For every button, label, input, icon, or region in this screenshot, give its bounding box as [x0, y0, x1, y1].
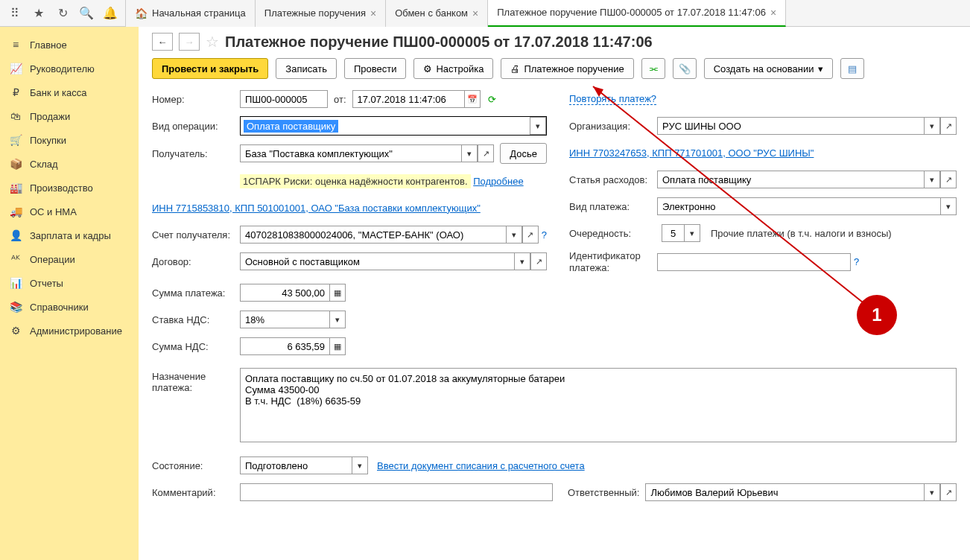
- sidebar-item[interactable]: 🚚ОС и НМА: [0, 200, 139, 223]
- statya-dropdown[interactable]: ▾: [924, 171, 940, 188]
- vid-operacii-dropdown[interactable]: ▾: [530, 117, 546, 135]
- print-icon: 🖨: [510, 63, 520, 74]
- tab[interactable]: 🏠Начальная страница: [125, 0, 256, 27]
- ocherednost-input[interactable]: [662, 224, 684, 242]
- spark-text: 1СПАРК Риски: оценка надёжности контраге…: [240, 174, 471, 188]
- poluchatel-input[interactable]: [240, 144, 461, 162]
- sozdat-button[interactable]: Создать на основании ▾: [704, 58, 833, 79]
- ocherednost-dropdown[interactable]: ▾: [684, 224, 700, 242]
- close-icon[interactable]: ×: [370, 7, 376, 19]
- tab[interactable]: Платежные поручения×: [256, 0, 386, 27]
- history-icon[interactable]: ↻: [52, 3, 73, 24]
- otvetstvenny-input[interactable]: [645, 483, 924, 501]
- tab-label: Платежное поручение ПШ00-000005 от 17.07…: [497, 7, 766, 18]
- sidebar-item[interactable]: ₽Банк и касса: [0, 80, 139, 104]
- sostoyanie-input[interactable]: [240, 456, 352, 474]
- organizacia-input[interactable]: [657, 117, 924, 135]
- calendar-icon[interactable]: 📅: [464, 90, 481, 108]
- inn-org-link[interactable]: ИНН 7703247653, КПП 771701001, ООО "РУС …: [569, 147, 814, 159]
- nomer-input[interactable]: [240, 90, 328, 108]
- sidebar-item[interactable]: ⚙Администрирование: [0, 319, 139, 343]
- back-button[interactable]: ←: [152, 33, 173, 51]
- poluchatel-open[interactable]: ↗: [478, 144, 494, 162]
- stavka-nds-input[interactable]: [240, 311, 329, 328]
- sidebar-label: Операции: [30, 254, 75, 265]
- sidebar-item[interactable]: ᴬᴷОперации: [0, 247, 139, 271]
- inn-poluchatel-link[interactable]: ИНН 7715853810, КПП 501001001, ОАО "База…: [152, 203, 481, 214]
- vid-operacii-input[interactable]: Оплата поставщику: [244, 120, 338, 133]
- summa-input[interactable]: [240, 284, 329, 302]
- sidebar-item[interactable]: 🛍Продажи: [0, 104, 139, 128]
- close-icon[interactable]: ×: [472, 7, 478, 19]
- tab-label: Обмен с банком: [395, 7, 468, 19]
- tab[interactable]: Платежное поручение ПШ00-000005 от 17.07…: [488, 0, 786, 27]
- vid-platezha-dropdown[interactable]: ▾: [940, 197, 957, 215]
- summa-nds-calc[interactable]: ▦: [329, 337, 346, 355]
- sidebar-label: Главное: [30, 39, 67, 51]
- schet-help[interactable]: ?: [542, 229, 547, 241]
- dogovor-open[interactable]: ↗: [530, 252, 547, 270]
- search-icon[interactable]: 🔍: [76, 3, 97, 24]
- dogovor-input[interactable]: [240, 252, 514, 270]
- label-summa: Сумма платежа:: [152, 287, 240, 299]
- statya-open[interactable]: ↗: [940, 171, 957, 188]
- sidebar-item[interactable]: 👤Зарплата и кадры: [0, 223, 139, 247]
- spark-podrobnee-link[interactable]: Подробнее: [473, 176, 523, 187]
- otvetstvenny-dropdown[interactable]: ▾: [924, 483, 940, 501]
- org-open[interactable]: ↗: [940, 117, 957, 135]
- plat-poruch-button[interactable]: 🖨Платежное поручение: [501, 58, 633, 79]
- bell-icon[interactable]: 🔔: [100, 3, 121, 24]
- vid-platezha-input[interactable]: [657, 197, 940, 215]
- org-dropdown[interactable]: ▾: [924, 117, 940, 135]
- attach-button[interactable]: 📎: [673, 58, 697, 79]
- kommentariy-input[interactable]: [240, 483, 553, 501]
- summa-calc[interactable]: ▦: [329, 284, 346, 302]
- sidebar-icon: ⚙: [9, 325, 22, 337]
- schet-input[interactable]: [240, 226, 506, 244]
- sidebar-icon: 👤: [9, 229, 22, 241]
- poluchatel-dropdown[interactable]: ▾: [461, 144, 478, 162]
- sidebar-item[interactable]: 📊Отчеты: [0, 271, 139, 295]
- label-sostoyanie: Состояние:: [152, 460, 240, 471]
- provesti-zakryt-button[interactable]: Провести и закрыть: [152, 58, 268, 79]
- scheme-button[interactable]: ⫘: [641, 58, 665, 79]
- schet-open[interactable]: ↗: [522, 226, 539, 244]
- favorite-star-icon[interactable]: ☆: [206, 33, 219, 51]
- statya-input[interactable]: [657, 171, 924, 188]
- label-statya: Статья расходов:: [569, 174, 657, 185]
- sidebar-item[interactable]: 📚Справочники: [0, 295, 139, 319]
- apps-icon[interactable]: ⠿: [4, 3, 25, 24]
- otvetstvenny-open[interactable]: ↗: [940, 483, 957, 501]
- sidebar-item[interactable]: 🏭Производство: [0, 176, 139, 200]
- sostoyanie-dropdown[interactable]: ▾: [352, 456, 368, 474]
- identifikator-input[interactable]: [657, 253, 851, 271]
- data-input[interactable]: [352, 90, 464, 108]
- sidebar-item[interactable]: 🛒Покупки: [0, 128, 139, 152]
- label-schet: Счет получателя:: [152, 229, 240, 241]
- povtoriat-link[interactable]: Повторять платеж?: [569, 93, 656, 105]
- sidebar-item[interactable]: 📦Склад: [0, 152, 139, 176]
- dose-button[interactable]: Досье: [500, 143, 547, 164]
- summa-nds-input[interactable]: [240, 337, 329, 355]
- tab[interactable]: Обмен с банком×: [386, 0, 488, 27]
- sidebar-item[interactable]: ≡Главное: [0, 33, 139, 57]
- sidebar-label: Руководителю: [30, 63, 95, 74]
- dogovor-dropdown[interactable]: ▾: [514, 252, 530, 270]
- zapisat-button[interactable]: Записать: [276, 58, 337, 79]
- report-button[interactable]: ▤: [840, 58, 864, 79]
- star-icon[interactable]: ★: [28, 3, 49, 24]
- sidebar-item[interactable]: 📈Руководителю: [0, 57, 139, 80]
- refresh-icon[interactable]: ⟳: [488, 94, 496, 105]
- label-kommentariy: Комментарий:: [152, 487, 240, 498]
- vvesti-spisanie-link[interactable]: Ввести документ списания с расчетного сч…: [377, 460, 585, 471]
- stavka-nds-dropdown[interactable]: ▾: [329, 311, 346, 328]
- sidebar-icon: 📦: [9, 158, 22, 170]
- close-icon[interactable]: ×: [770, 7, 776, 19]
- schet-dropdown[interactable]: ▾: [506, 226, 522, 244]
- label-poluchatel: Получатель:: [152, 148, 240, 159]
- forward-button[interactable]: →: [179, 33, 200, 51]
- naznachenie-textarea[interactable]: [240, 368, 957, 442]
- provesti-button[interactable]: Провести: [344, 58, 407, 79]
- identifikator-help[interactable]: ?: [854, 256, 859, 267]
- nastroika-button[interactable]: ⚙Настройка: [413, 58, 493, 79]
